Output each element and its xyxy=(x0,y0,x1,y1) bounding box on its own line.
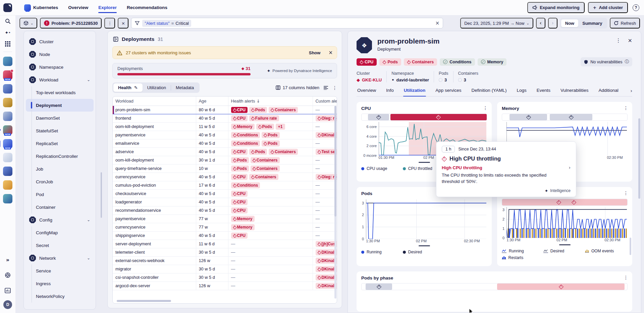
custom-alert-badge[interactable]: DKinal: xyxy=(316,266,337,272)
chart-plot-area[interactable]: 3210 xyxy=(502,207,628,238)
legend-item-desired[interactable]: Desired xyxy=(403,250,444,254)
table-horizontal-scrollbar[interactable] xyxy=(117,300,171,302)
sidebar-item-networkpolicy[interactable]: NetworkPolicy xyxy=(26,290,94,303)
nav-scrollbar[interactable] xyxy=(101,172,102,218)
health-alert-badge[interactable]: Containers xyxy=(249,174,278,180)
workload-cell[interactable]: oom-kill-deployment xyxy=(113,122,196,131)
tabs-overflow-icon[interactable]: › xyxy=(630,88,632,96)
status-badge-cpu[interactable]: CPU xyxy=(357,58,377,66)
no-vulnerabilities-badge[interactable]: No vulnerabilitiesⓘ xyxy=(581,57,632,66)
custom-alert-badge[interactable]: Oleg: re xyxy=(316,174,337,180)
table-row[interactable]: oom-kill-deployment30 w 1 dPodsContainer… xyxy=(113,156,337,164)
table-row[interactable]: oom-kill-deployment11 w 5 dMemoryPods+1— xyxy=(113,122,337,131)
health-alert-badge[interactable]: CPU xyxy=(231,174,248,180)
workload-cell[interactable]: adservice xyxy=(113,147,196,156)
workload-cell[interactable]: paymentservice xyxy=(113,131,196,139)
synthetic-app-icon[interactable] xyxy=(3,112,12,121)
health-alert-badge[interactable]: Memory xyxy=(231,224,255,230)
add-cluster-button[interactable]: + Add cluster xyxy=(588,2,628,13)
legend-item-running[interactable]: Running xyxy=(502,249,543,253)
health-alert-badge[interactable]: Conditions xyxy=(231,182,260,188)
tab-recommendations[interactable]: Recommendations xyxy=(123,0,171,15)
table-row[interactable]: emailservice40 w 5 dConditionsPods— xyxy=(113,139,337,147)
health-alert-badge[interactable]: Pods xyxy=(231,157,249,163)
tooltip-alert-link[interactable]: High CPU throttling xyxy=(442,165,482,170)
table-row[interactable]: argocd-dex-server126 w—DKinal: xyxy=(113,281,337,290)
sidebar-item-namespace[interactable]: Namespace xyxy=(26,61,94,73)
health-alert-badge[interactable]: Containers xyxy=(269,149,298,155)
health-alert-badge[interactable]: Pods xyxy=(231,166,249,172)
legend-item-desired[interactable]: Desired xyxy=(543,249,585,253)
table-row[interactable]: server-deployment11 w 6 d—[jh]Cus xyxy=(113,240,337,248)
row-density-icon[interactable] xyxy=(323,86,328,90)
table-row[interactable]: external-secrets-webhook126 w—DKinal: xyxy=(113,256,337,265)
chart-menu-icon[interactable]: ⋮ xyxy=(483,105,488,111)
refresh-button[interactable]: Refresh xyxy=(610,18,640,28)
sidebar-item-job[interactable]: Job xyxy=(26,163,94,175)
health-alert-badge[interactable]: Containers xyxy=(251,166,280,172)
user-avatar[interactable]: D xyxy=(3,300,12,309)
filter-input[interactable]: "Alert status" = Critical × xyxy=(131,18,443,28)
timeframe-forward-icon[interactable]: › xyxy=(548,18,557,28)
table-row[interactable]: adservice40 w 5 dCPUPodsContainersTest s… xyxy=(113,147,337,156)
table-row[interactable]: cumulus-pod-eviction17 w 6 dConditions— xyxy=(113,181,337,189)
clouds-app-icon[interactable] xyxy=(3,153,12,162)
custom-alert-badge[interactable]: DKinal: xyxy=(316,258,337,264)
legend-item-running[interactable]: Running xyxy=(361,250,403,254)
workload-cell[interactable]: external-secrets-webhook xyxy=(113,256,196,265)
detail-menu-icon[interactable]: ⋮ xyxy=(616,37,621,53)
logs-app-icon[interactable] xyxy=(3,167,12,176)
sidebar-item-daemonset[interactable]: DaemonSet xyxy=(26,112,94,124)
banner-show-button[interactable]: Show xyxy=(309,50,321,55)
workload-cell[interactable]: cumulus-pod-eviction xyxy=(113,181,196,189)
health-alert-badge[interactable]: Memory xyxy=(231,124,255,130)
intelligence-label[interactable]: ✦ Intelligence xyxy=(442,188,571,193)
search-icon[interactable] xyxy=(2,15,13,27)
custom-alert-badge[interactable]: DKinal: xyxy=(316,283,337,289)
tab-kubernetes[interactable]: Kubernetes xyxy=(20,0,62,15)
now-toggle[interactable]: Now xyxy=(561,19,578,27)
workload-cell[interactable]: paymentservice xyxy=(113,214,196,223)
deployments-summary-card[interactable]: Deployments ◆31 ✦ Powered by Dynatrace I… xyxy=(112,63,337,78)
workflows-app-icon[interactable]: NEW xyxy=(3,125,12,135)
chart-plot-area[interactable]: 3210 xyxy=(361,199,487,239)
sidebar-item-statefulset[interactable]: StatefulSet xyxy=(26,124,94,137)
dashboards-app-icon[interactable] xyxy=(3,57,12,66)
health-alert-badge[interactable]: CPU xyxy=(231,191,248,197)
table-row[interactable]: telemeter-client30 w 5 d—DKinal: xyxy=(113,248,337,256)
dynatrace-logo[interactable] xyxy=(0,3,15,12)
tab-logs[interactable]: Logs xyxy=(516,88,527,96)
filter-chip[interactable]: "Alert status" = Critical xyxy=(142,20,191,27)
alert-timeline-band[interactable] xyxy=(361,114,487,121)
workload-cell[interactable]: server-deployment xyxy=(113,240,196,248)
status-badge-containers[interactable]: Containers xyxy=(404,58,437,66)
table-row[interactable]: shippingservice40 w 5 dCPU— xyxy=(113,231,337,240)
sidebar-item-workload[interactable]: Workload⌄ xyxy=(26,73,94,86)
workload-cell[interactable]: csi-snapshot-controller xyxy=(113,273,196,281)
sidebar-item-container[interactable]: Container xyxy=(26,201,94,213)
sidebar-item-ingress[interactable]: Ingress xyxy=(26,277,94,290)
infrastructure-app-icon[interactable] xyxy=(3,194,12,203)
problem-filter-chip[interactable]: ! Problem: P-251228530 xyxy=(40,18,102,28)
remove-problem-filter-icon[interactable]: × xyxy=(118,18,128,28)
security-app-icon[interactable] xyxy=(3,98,12,107)
health-alert-badge[interactable]: Pods xyxy=(256,124,274,130)
tab-events[interactable]: Events xyxy=(536,88,551,96)
tab-app-services[interactable]: App services xyxy=(435,88,462,96)
clear-filter-icon[interactable]: × xyxy=(435,20,440,26)
tab-additional[interactable]: Additional xyxy=(598,88,619,96)
table-scroll-thumb[interactable] xyxy=(334,106,336,216)
workload-cell[interactable]: telemeter-client xyxy=(113,248,196,256)
workload-cell[interactable]: query-timeframe-service xyxy=(113,164,196,173)
sidebar-item-network[interactable]: Network⌄ xyxy=(26,252,94,264)
workload-cell[interactable]: currencyservice xyxy=(113,223,196,231)
expand-rail-icon[interactable]: » xyxy=(2,254,13,265)
pan-handle[interactable] xyxy=(502,243,628,246)
custom-alert-badge[interactable]: Oleg: re xyxy=(316,115,337,121)
problem-chip-menu-icon[interactable]: ⋮ xyxy=(104,18,115,28)
sidebar-item-node[interactable]: Node xyxy=(26,48,94,61)
columns-hidden-control[interactable]: 17 columns hidden xyxy=(276,85,319,90)
app-grid-icon[interactable] xyxy=(2,38,13,50)
workload-cell[interactable]: prom-problem-sim xyxy=(113,106,196,114)
workload-cell[interactable]: shippingservice xyxy=(113,231,196,240)
